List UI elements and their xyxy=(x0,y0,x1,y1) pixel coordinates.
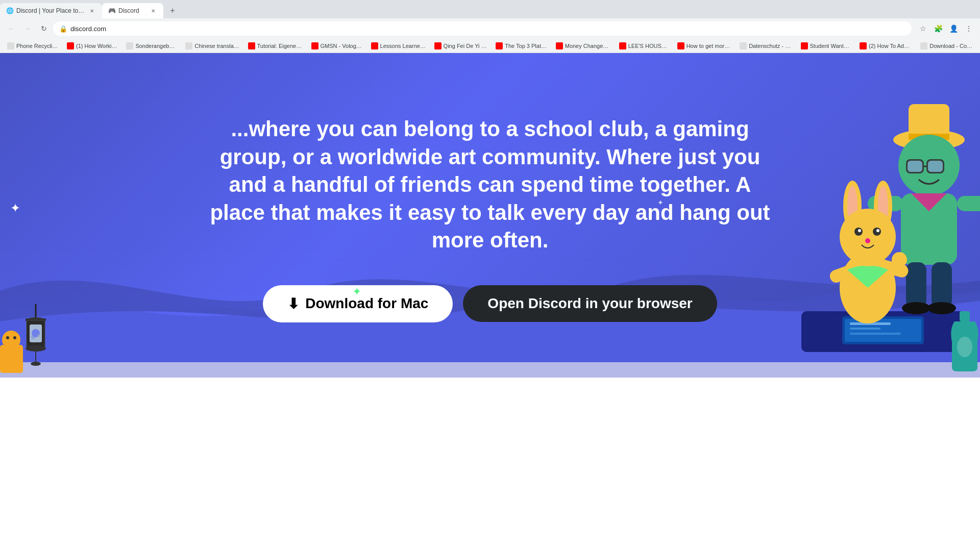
svg-rect-23 xyxy=(928,161,943,172)
bookmark-favicon-4 xyxy=(185,42,192,49)
download-label: Download for Mac xyxy=(305,295,428,312)
bookmark-money[interactable]: Money Changes E... xyxy=(553,41,614,51)
bookmark-favicon-15 xyxy=(860,42,867,49)
refresh-button[interactable]: ↻ xyxy=(37,21,51,36)
bookmark-label-13: Datenschutz - Re... xyxy=(749,43,792,49)
bookmark-tutorial[interactable]: Tutorial: Eigene Fa... xyxy=(245,41,306,51)
bookmark-howtoget[interactable]: How to get more v... xyxy=(674,41,735,51)
bookmark-label-8: Qing Fei De Yi - Y... xyxy=(444,43,488,49)
bookmark-label-12: How to get more v... xyxy=(687,43,732,49)
extension-puzzle-icon[interactable]: 🧩 xyxy=(931,21,945,36)
svg-point-8 xyxy=(37,334,40,337)
bookmark-download-cook[interactable]: Download - Cook... xyxy=(917,41,976,51)
svg-rect-22 xyxy=(908,161,922,172)
bookmarks-bar: Phone Recycling... (1) How Working... So… xyxy=(0,39,980,53)
bookmark-favicon-3 xyxy=(126,42,133,49)
svg-point-5 xyxy=(26,345,46,352)
tab-favicon-2: 🎮 xyxy=(108,7,115,14)
bookmark-favicon-2 xyxy=(67,42,74,49)
tab-bar: 🌐 Discord | Your Place to Talk ... ✕ 🎮 D… xyxy=(0,0,980,18)
bookmark-label-6: GMSN - Vologda... xyxy=(321,43,363,49)
bookmark-label-2: (1) How Working... xyxy=(76,43,118,49)
forward-button[interactable]: → xyxy=(20,21,35,36)
menu-icon[interactable]: ⋮ xyxy=(962,21,976,36)
download-icon: ⬇ xyxy=(287,295,299,312)
bookmark-label-7: Lessons Learned f... xyxy=(380,43,426,49)
sparkle-teal-icon: ✦ xyxy=(352,285,361,298)
browser-label: Open Discord in your browser xyxy=(487,295,692,312)
lock-icon: 🔒 xyxy=(59,25,67,33)
bookmark-favicon-13 xyxy=(740,42,747,49)
bookmark-favicon-11 xyxy=(619,42,626,49)
svg-rect-28 xyxy=(932,262,952,308)
profile-icon[interactable]: 👤 xyxy=(946,21,961,36)
bookmark-favicon-12 xyxy=(677,42,684,49)
bookmark-how-add[interactable]: (2) How To Add A... xyxy=(856,41,915,51)
bookmark-label-5: Tutorial: Eigene Fa... xyxy=(257,43,303,49)
bookmark-label-10: Money Changes E... xyxy=(565,43,611,49)
bookmark-datenschutz[interactable]: Datenschutz - Re... xyxy=(737,41,795,51)
bookmark-label-15: (2) How To Add A... xyxy=(869,43,912,49)
bookmark-qing[interactable]: Qing Fei De Yi - Y... xyxy=(431,41,491,51)
back-button[interactable]: ← xyxy=(4,21,18,36)
address-box[interactable]: 🔒 discord.com xyxy=(53,21,912,36)
tab-title-1: Discord | Your Place to Talk ... xyxy=(16,7,85,14)
bookmark-sonderangebot[interactable]: Sonderangebot! ... xyxy=(123,41,180,51)
bookmark-favicon-10 xyxy=(556,42,563,49)
bookmark-label-16: Download - Cook... xyxy=(929,43,973,49)
bookmark-favicon-14 xyxy=(801,42,808,49)
tab-discord[interactable]: 🎮 Discord ✕ xyxy=(102,3,163,18)
tab-close-2[interactable]: ✕ xyxy=(149,7,157,15)
bookmark-favicon-1 xyxy=(7,42,14,49)
svg-point-40 xyxy=(865,238,870,243)
bookmark-favicon-6 xyxy=(311,42,318,49)
bookmark-chinese[interactable]: Chinese translatio... xyxy=(182,41,242,51)
bookmark-label-4: Chinese translatio... xyxy=(194,43,239,49)
bookmark-favicon-16 xyxy=(920,42,927,49)
tab-close-1[interactable]: ✕ xyxy=(88,7,96,15)
tab-discord-place[interactable]: 🌐 Discord | Your Place to Talk ... ✕ xyxy=(0,3,102,18)
bookmark-favicon-7 xyxy=(371,42,378,49)
bookmark-label-9: The Top 3 Platfor... xyxy=(505,43,547,49)
svg-rect-51 xyxy=(960,311,970,321)
bookmark-label-11: LEE'S HOUSE -... xyxy=(628,43,669,49)
svg-point-39 xyxy=(876,229,879,232)
bookmark-label-1: Phone Recycling... xyxy=(16,43,59,49)
address-url: discord.com xyxy=(70,25,106,33)
bookmark-favicon-9 xyxy=(496,42,503,49)
new-tab-button[interactable]: + xyxy=(165,4,180,18)
yellow-rabbit-illustration xyxy=(817,181,919,334)
bookmark-favicon-5 xyxy=(248,42,255,49)
bookmark-top3[interactable]: The Top 3 Platfor... xyxy=(493,41,550,51)
sparkle-right-icon: ✦ xyxy=(657,198,664,207)
bookmark-label-3: Sonderangebot! ... xyxy=(135,43,177,49)
browser-chrome: 🌐 Discord | Your Place to Talk ... ✕ 🎮 D… xyxy=(0,0,980,53)
bookmark-favicon-8 xyxy=(434,42,442,49)
bookmark-student[interactable]: Student Wants a... xyxy=(798,41,855,51)
tab-title-2: Discord xyxy=(118,7,146,14)
sparkle-white-icon: ✦ xyxy=(10,201,20,215)
bookmark-lessons[interactable]: Lessons Learned f... xyxy=(368,41,429,51)
hero-paragraph: ...where you can belong to a school club… xyxy=(209,115,771,255)
bookmark-lee[interactable]: LEE'S HOUSE -... xyxy=(616,41,672,51)
tab-favicon-1: 🌐 xyxy=(6,7,13,14)
svg-point-10 xyxy=(31,362,41,366)
svg-point-52 xyxy=(957,337,972,357)
open-browser-button[interactable]: Open Discord in your browser xyxy=(463,285,717,322)
svg-point-44 xyxy=(892,252,907,267)
svg-point-7 xyxy=(31,335,35,339)
svg-point-38 xyxy=(858,229,861,232)
left-lantern-decoration xyxy=(15,304,56,372)
bookmark-gmsn[interactable]: GMSN - Vologda... xyxy=(308,41,366,51)
svg-rect-26 xyxy=(957,196,980,211)
toolbar-icons: ☆ 🧩 👤 ⋮ xyxy=(916,21,976,36)
bookmark-star-icon[interactable]: ☆ xyxy=(916,21,930,36)
address-bar-row: ← → ↻ 🔒 discord.com ☆ 🧩 👤 ⋮ xyxy=(0,18,980,39)
page-content: ...where you can belong to a school club… xyxy=(0,53,980,551)
bookmark-phone-recycling[interactable]: Phone Recycling... xyxy=(4,41,62,51)
buttons-row: ⬇ Download for Mac Open Discord in your … xyxy=(263,285,717,322)
bookmark-label-14: Student Wants a... xyxy=(810,43,852,49)
teal-bottle-decoration xyxy=(949,311,980,372)
bookmark-how-working[interactable]: (1) How Working... xyxy=(64,41,121,51)
